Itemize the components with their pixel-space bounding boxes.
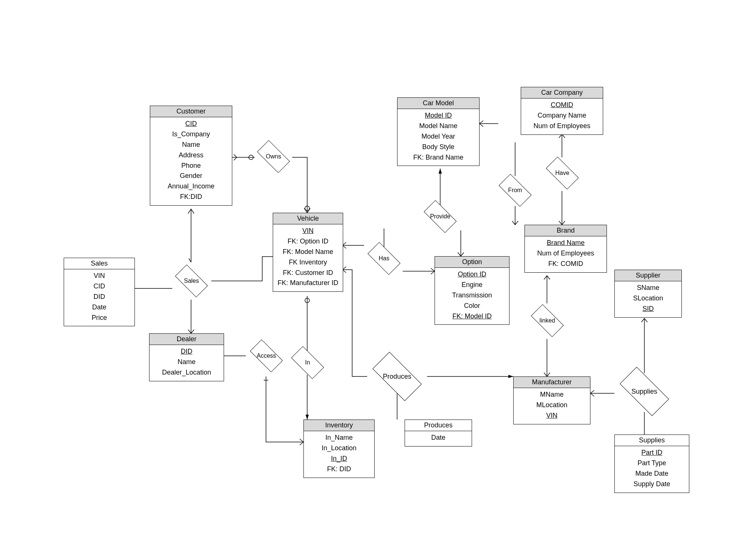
- entity-title: Inventory: [304, 420, 374, 431]
- entity-attrs: CID Is_Company Name Address Phone Gender…: [150, 117, 232, 205]
- entity-title: Customer: [150, 106, 232, 117]
- svg-point-1: [305, 206, 309, 211]
- relation-produces: Produces: [363, 360, 431, 393]
- entity-customer: Customer CID Is_Company Name Address Pho…: [150, 106, 232, 206]
- entity-brand: Brand Brand Name Num of Employees FK: CO…: [524, 225, 607, 273]
- er-diagram-canvas: Customer CID Is_Company Name Address Pho…: [0, 0, 756, 557]
- reltable-produces: Produces Date: [405, 420, 472, 446]
- relation-in: In: [287, 351, 328, 374]
- entity-dealer: Dealer DID Name Dealer_Location: [149, 333, 224, 381]
- reltable-sales: Sales VIN CID DID Date Price: [64, 258, 135, 326]
- relation-have: Have: [542, 162, 583, 184]
- entity-option: Option Option ID Engine Transmission Col…: [435, 256, 509, 325]
- entity-title: Manufacturer: [514, 377, 590, 388]
- entity-inventory: Inventory In_Name In_Location In_ID FK: …: [303, 420, 375, 478]
- relation-sales: Sales: [171, 270, 212, 292]
- entity-title: Vehicle: [273, 213, 343, 224]
- entity-title: Option: [435, 257, 509, 268]
- entity-vehicle: Vehicle VIN FK: Option ID FK: Model Name…: [273, 213, 343, 292]
- relation-access: Access: [246, 345, 287, 367]
- entity-car-model: Car Model Model ID Model Name Model Year…: [397, 97, 480, 166]
- svg-point-2: [305, 298, 309, 303]
- relation-supplies: Supplies: [611, 375, 678, 408]
- entity-title: Car Model: [397, 98, 479, 109]
- reltable-supplies: Supplies Part ID Part Type Made Date Sup…: [614, 435, 689, 493]
- entity-title: Dealer: [149, 334, 224, 345]
- relation-owns: Owns: [253, 145, 294, 168]
- relation-has: Has: [363, 247, 405, 270]
- relation-linked: linked: [527, 309, 568, 332]
- svg-point-0: [249, 155, 253, 160]
- entity-supplier: Supplier SName SLocation SID: [614, 270, 682, 318]
- entity-title: Brand: [525, 225, 607, 236]
- relation-provide: Provide: [420, 205, 461, 228]
- entity-manufacturer: Manufacturer MName MLocation VIN: [513, 376, 590, 424]
- entity-title: Car Company: [521, 87, 603, 99]
- relation-from: From: [495, 179, 536, 202]
- entity-car-company: Car Company COMID Company Name Num of Em…: [521, 87, 603, 135]
- entity-title: Supplier: [615, 270, 681, 281]
